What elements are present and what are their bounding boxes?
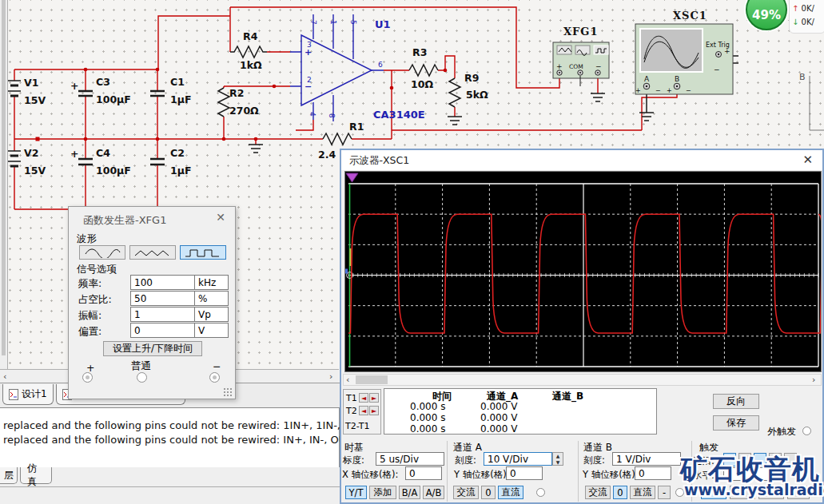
- v1-value: 15V: [24, 94, 46, 106]
- sine-wave-button[interactable]: [79, 245, 125, 260]
- ab-mode-button[interactable]: A/B: [423, 486, 444, 499]
- r1-ref: R1: [349, 121, 364, 133]
- amplitude-unit[interactable]: Vp: [194, 307, 229, 322]
- download-arrow-icon: ↓: [792, 18, 798, 26]
- offset-unit[interactable]: V: [194, 323, 229, 338]
- c3-ref: C3: [96, 76, 110, 88]
- c3-value: 100µF: [96, 93, 131, 105]
- channel-a-dc-button[interactable]: 直流: [498, 486, 523, 499]
- channel-a-pos-input[interactable]: 0: [506, 466, 543, 480]
- t1-cha: 0.000 V: [480, 401, 517, 412]
- c4-plus: +: [70, 148, 78, 160]
- c3-plus: +: [70, 80, 78, 92]
- channel-a-scale-spinner[interactable]: ▲▼: [552, 452, 563, 466]
- add-mode-button[interactable]: 添加: [369, 486, 396, 499]
- frequency-input[interactable]: 100: [130, 275, 195, 290]
- u1-ref: U1: [375, 18, 391, 30]
- channel-b-zero-button[interactable]: 0: [613, 486, 627, 499]
- close-icon[interactable]: ✕: [802, 153, 813, 167]
- reverse-button[interactable]: 反向: [713, 394, 759, 409]
- channel-a-radio[interactable]: [536, 488, 545, 497]
- r3-ref: R3: [412, 46, 427, 58]
- minus-terminal[interactable]: [209, 372, 220, 383]
- channel-b-minus-button[interactable]: -: [658, 486, 671, 499]
- offset-input[interactable]: 0: [130, 323, 195, 338]
- r4-ref: R4: [243, 30, 258, 42]
- scope-titlebar[interactable]: 示波器-XSC1 ✕: [341, 150, 822, 170]
- xfg-plus: +: [556, 62, 563, 70]
- channel-a-ac-button[interactable]: 交流: [453, 486, 479, 499]
- common-terminal[interactable]: [137, 372, 147, 383]
- r2-ref: R2: [229, 87, 244, 99]
- pin-2: 2: [307, 76, 312, 84]
- scope-scrollbar[interactable]: ‹ ›: [343, 374, 822, 386]
- plus-terminal[interactable]: [82, 372, 93, 383]
- xsc-ext-plus: +: [724, 47, 730, 55]
- common-terminal-label: 普通: [131, 359, 151, 373]
- duty-label: 占空比:: [78, 293, 112, 307]
- channel-b-dc-button[interactable]: 直流: [630, 486, 655, 499]
- c1-ref: C1: [170, 76, 185, 88]
- v2-ref: V2: [24, 147, 38, 159]
- signal-options-label: 信号选项: [77, 263, 117, 276]
- r4-value: 1kΩ: [240, 59, 262, 71]
- schematic-doc-icon: [9, 389, 18, 400]
- ba-mode-button[interactable]: B/A: [399, 486, 420, 499]
- channel-a-scale-input[interactable]: 10 V/Div: [484, 452, 552, 466]
- ext-trigger-radio[interactable]: [802, 427, 811, 435]
- t2-right-button[interactable]: ►: [369, 406, 379, 415]
- sine-icon: [83, 248, 121, 258]
- opamp-symbol[interactable]: [290, 14, 384, 121]
- save-button[interactable]: 保存: [713, 415, 759, 431]
- t1-right-button[interactable]: ►: [369, 393, 379, 403]
- channel-b-ac-button[interactable]: 交流: [585, 486, 611, 499]
- c2-value: 1µF: [170, 165, 191, 177]
- tab-simulation[interactable]: 仿真: [20, 467, 52, 484]
- timebase-scale-label: 标度:: [343, 454, 364, 466]
- channel-b-scale-input[interactable]: 1 V/Div: [612, 452, 681, 466]
- edge-partial-label: B: [799, 72, 806, 82]
- xsc1-instrument-icon[interactable]: [635, 24, 733, 94]
- resize-grip[interactable]: [223, 387, 233, 397]
- pin-4: 4: [309, 112, 316, 117]
- set-rise-fall-button[interactable]: 设置上升/下降时间: [103, 341, 202, 356]
- c4-ref: C4: [96, 147, 110, 159]
- pin-5: 5: [349, 20, 357, 25]
- col-channel-b: 通道_B: [552, 390, 583, 403]
- pin-3: 3: [307, 41, 312, 49]
- frequency-unit[interactable]: kHz: [194, 275, 229, 290]
- upload-speed: 0K/: [802, 4, 814, 13]
- xfg-minus: −: [595, 62, 602, 70]
- channel-b-radio[interactable]: [675, 488, 684, 497]
- duty-input[interactable]: 50: [130, 291, 195, 306]
- scroll-right-icon[interactable]: ›: [812, 374, 815, 386]
- triangle-icon: [133, 248, 172, 258]
- yt-mode-button[interactable]: Y/T: [345, 486, 367, 499]
- r1-value: 2.4: [318, 149, 336, 161]
- amplitude-label: 振幅:: [78, 309, 102, 323]
- square-wave-button[interactable]: [180, 245, 226, 260]
- duty-unit[interactable]: %: [194, 291, 229, 306]
- tab-layer[interactable]: 层: [0, 467, 18, 484]
- square-icon: [184, 248, 222, 258]
- channel-a-scale-label: 刻度:: [455, 454, 476, 466]
- t1-left-button[interactable]: ◄: [359, 393, 368, 403]
- watermark-url: www.crystalradio.cn: [684, 481, 824, 498]
- channel-b-pos-label: Y 轴位移(格):: [583, 469, 639, 481]
- t2-time: 0.000 s: [410, 412, 445, 423]
- sheet-tab-design1[interactable]: 设计1: [2, 384, 54, 405]
- pin-7: 7: [309, 20, 317, 25]
- timebase-scale-input[interactable]: 5 us/Div: [376, 452, 444, 466]
- channel-a-zero-button[interactable]: 0: [481, 486, 496, 499]
- timebase-pos-input[interactable]: 0: [405, 466, 442, 480]
- channel-b-pos-input[interactable]: 0: [635, 466, 671, 480]
- triangle-wave-button[interactable]: [129, 245, 176, 260]
- scroll-left-icon[interactable]: ‹: [346, 374, 349, 386]
- minus-terminal-label: −: [213, 360, 221, 372]
- timebase-title: 时基: [344, 441, 364, 454]
- amplitude-input[interactable]: 1: [130, 307, 195, 322]
- pin-8: 8: [328, 113, 336, 118]
- result-line: replaced and the following pins could no…: [3, 434, 356, 446]
- t2-left-button[interactable]: ◄: [359, 406, 368, 415]
- close-icon[interactable]: ✕: [216, 211, 225, 224]
